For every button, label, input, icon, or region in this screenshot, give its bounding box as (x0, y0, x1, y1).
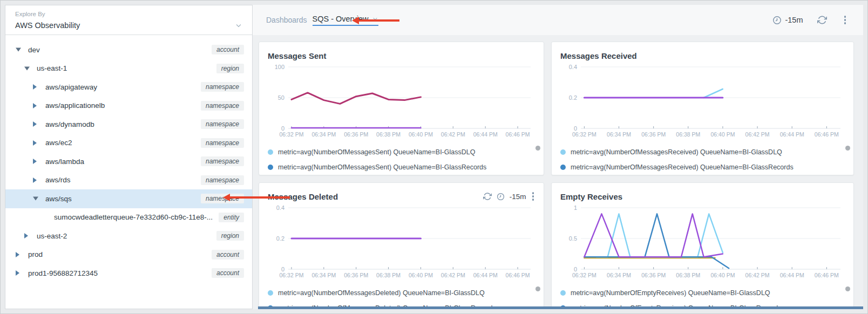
expand-arrow-icon[interactable] (33, 103, 37, 108)
explore-by-label: Explore By (15, 11, 242, 17)
panel-messages-sent: Messages Sent05010006:32 PM06:34 PM06:36… (259, 42, 544, 175)
panel-time-range-value[interactable]: -15m (510, 193, 526, 201)
panel-refresh-button[interactable] (483, 192, 492, 201)
legend-item[interactable]: metric=avg(NumberOfMessagesDeleted) Queu… (268, 285, 535, 301)
kebab-menu-icon[interactable] (843, 15, 847, 25)
clock-icon (772, 16, 782, 25)
svg-text:06:36 PM: 06:36 PM (344, 131, 368, 138)
entity-type-badge: account (212, 250, 244, 260)
tree-item-prod1-956882712345[interactable]: prod1-956882712345account (5, 264, 252, 283)
svg-text:06:38 PM: 06:38 PM (376, 131, 401, 138)
tree-item-label: prod1-956882712345 (28, 269, 207, 277)
svg-text:06:40 PM: 06:40 PM (409, 131, 433, 138)
hierarchy-selector-value: AWS Observability (15, 21, 80, 30)
tree-item-label: sumocwdeadletterqueue-7e332d60-cb9c-11e8… (54, 213, 214, 221)
panel-title: Messages Sent (268, 51, 326, 60)
entity-type-badge: namespace (201, 119, 244, 129)
panel-time-button[interactable] (497, 193, 505, 201)
dashboard-topbar: Dashboards SQS - Overview -15m (253, 5, 863, 35)
entity-type-badge: namespace (201, 101, 244, 111)
svg-text:06:38 PM: 06:38 PM (376, 272, 401, 278)
legend-label: metric=avg(NumberOfMessagesSent) QueueNa… (278, 163, 486, 171)
tree-item-label: aws/lambda (45, 158, 196, 166)
expand-arrow-icon[interactable] (33, 178, 37, 183)
expand-arrow-icon[interactable] (16, 270, 19, 276)
entity-type-badge: region (216, 64, 244, 73)
tree-item-label: us-east-2 (37, 232, 212, 240)
entity-type-badge: namespace (201, 175, 244, 185)
panel-hover-controls: -15m (483, 191, 535, 202)
svg-text:06:36 PM: 06:36 PM (641, 272, 666, 278)
expand-arrow-icon[interactable] (33, 84, 37, 90)
svg-text:06:42 PM: 06:42 PM (745, 272, 770, 278)
refresh-button[interactable] (817, 15, 827, 25)
collapse-arrow-icon[interactable] (16, 48, 21, 52)
panel-legend: metric=avg(NumberOfMessagesSent) QueueNa… (268, 141, 535, 175)
app-window: Explore By AWS Observability devaccountu… (0, 0, 868, 314)
expand-arrow-icon[interactable] (24, 233, 28, 238)
entity-type-badge: namespace (201, 156, 244, 166)
legend-dot (268, 290, 273, 296)
svg-text:06:40 PM: 06:40 PM (710, 131, 735, 138)
tree-item-aws-lambda[interactable]: aws/lambdanamespace (5, 152, 252, 171)
svg-text:100: 100 (275, 64, 284, 70)
tree-item-dev[interactable]: devaccount (5, 40, 252, 59)
entity-type-badge: entity (219, 213, 244, 222)
breadcrumb[interactable]: Dashboards (266, 16, 307, 24)
time-series-chart: 00.5106:32 PM06:34 PM06:36 PM06:38 PM06:… (560, 203, 845, 282)
legend-scrollbar-thumb[interactable] (535, 146, 540, 151)
legend-item[interactable]: metric=avg(NumberOfMessagesSent) QueueNa… (268, 160, 535, 175)
entity-type-badge: namespace (201, 138, 244, 148)
expand-arrow-icon[interactable] (16, 252, 19, 257)
chevron-down-icon (235, 22, 242, 29)
legend-item[interactable]: metric=avg(NumberOfMessagesReceived) Que… (560, 160, 845, 175)
time-range-button[interactable]: -15m (772, 16, 803, 25)
tree-item-prod[interactable]: prodaccount (5, 245, 252, 264)
tree-item-us-east-1[interactable]: us-east-1region (5, 59, 252, 78)
tree-item-label: us-east-1 (37, 64, 212, 72)
svg-text:1: 1 (574, 204, 577, 211)
tree-item-us-east-2[interactable]: us-east-2region (5, 227, 252, 245)
legend-dot (560, 149, 566, 155)
hierarchy-selector[interactable]: AWS Observability (15, 21, 242, 30)
legend-item[interactable]: metric=avg(NumberOfMessagesReceived) Que… (560, 145, 845, 160)
svg-text:06:42 PM: 06:42 PM (441, 272, 465, 278)
expand-arrow-icon[interactable] (33, 140, 37, 146)
tree-item-aws-dynamodb[interactable]: aws/dynamodbnamespace (5, 115, 252, 134)
svg-text:0.4: 0.4 (276, 204, 284, 211)
tree-item-aws-sqs[interactable]: aws/sqsnamespace (5, 189, 252, 208)
collapse-arrow-icon[interactable] (33, 197, 38, 201)
panel-kebab-menu-icon[interactable] (531, 191, 535, 202)
time-series-chart: 00.20.406:32 PM06:34 PM06:36 PM06:38 PM0… (560, 63, 845, 141)
tree-item-aws-applicationelb[interactable]: aws/applicationelbnamespace (5, 97, 252, 115)
svg-text:50: 50 (278, 94, 284, 101)
tree-item-sumocwdeadletterqueue-7e332d60-cb9c-11e8[interactable]: sumocwdeadletterqueue-7e332d60-cb9c-11e8… (5, 208, 252, 227)
tree-item-label: aws/applicationelb (45, 101, 196, 110)
expand-arrow-icon[interactable] (33, 159, 37, 164)
panel-legend: metric=avg(NumberOfEmptyReceives) QueueN… (560, 282, 845, 309)
time-series-chart: 05010006:32 PM06:34 PM06:36 PM06:38 PM06… (268, 63, 535, 141)
svg-text:06:42 PM: 06:42 PM (441, 131, 465, 138)
svg-text:0.2: 0.2 (569, 94, 577, 101)
time-range-value: -15m (785, 16, 803, 24)
tree-item-aws-ec2[interactable]: aws/ec2namespace (5, 134, 252, 153)
clock-icon (497, 193, 505, 201)
tree-item-aws-rds[interactable]: aws/rdsnamespace (5, 171, 252, 190)
collapse-arrow-icon[interactable] (24, 66, 30, 70)
legend-item[interactable]: metric=avg(NumberOfMessagesSent) QueueNa… (268, 145, 535, 160)
legend-label: metric=avg(NumberOfEmptyReceives) QueueN… (571, 289, 770, 297)
topbar-controls: -15m (772, 15, 847, 25)
svg-text:06:44 PM: 06:44 PM (473, 272, 498, 278)
explore-by-header: Explore By AWS Observability (5, 5, 252, 35)
legend-scrollbar-thumb[interactable] (845, 286, 850, 291)
explore-sidebar: Explore By AWS Observability devaccountu… (5, 5, 253, 309)
legend-scrollbar-thumb[interactable] (535, 286, 540, 291)
legend-item[interactable]: metric=avg(NumberOfEmptyReceives) QueueN… (560, 285, 845, 301)
panel-messages-deleted: Messages Deleted-15m00.20.406:32 PM06:34… (259, 182, 544, 309)
legend-scrollbar-thumb[interactable] (845, 146, 850, 151)
svg-text:06:38 PM: 06:38 PM (676, 272, 700, 278)
tree-item-aws-apigateway[interactable]: aws/apigatewaynamespace (5, 78, 252, 97)
expand-arrow-icon[interactable] (33, 121, 37, 127)
legend-label: metric=avg(NumberOfMessagesDeleted) Queu… (278, 289, 485, 297)
svg-text:06:44 PM: 06:44 PM (780, 131, 804, 138)
